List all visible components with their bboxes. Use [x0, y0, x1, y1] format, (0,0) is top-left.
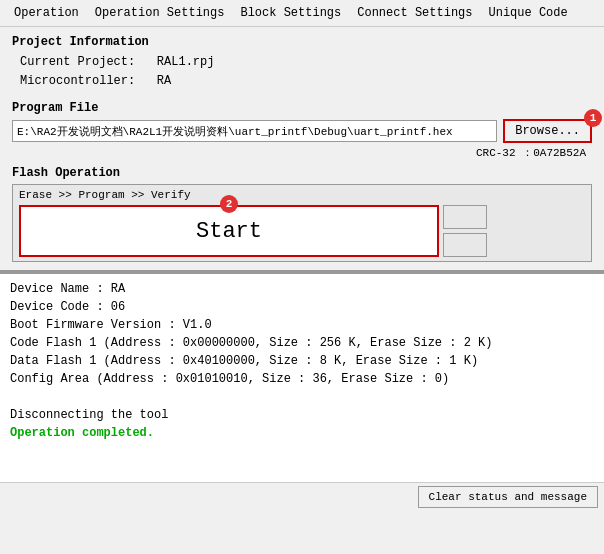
crc-row: CRC-32 ：0A72B52A — [12, 145, 586, 160]
menu-block-settings[interactable]: Block Settings — [232, 4, 349, 22]
program-file-section: Program File Browse... 1 CRC-32 ：0A72B52… — [12, 101, 592, 160]
erase-label: Erase >> Program >> Verify — [19, 189, 585, 201]
bottom-bar: Clear status and message — [0, 482, 604, 511]
log-line: Device Name : RA — [10, 280, 594, 298]
flash-btn-2[interactable] — [443, 233, 487, 257]
menu-operation[interactable]: Operation — [6, 4, 87, 22]
program-file-title: Program File — [12, 101, 592, 115]
log-line: Boot Firmware Version : V1.0 — [10, 316, 594, 334]
microcontroller-value: RA — [157, 74, 171, 88]
log-line — [10, 388, 594, 406]
log-line: Disconnecting the tool — [10, 406, 594, 424]
menubar: Operation Operation Settings Block Setti… — [0, 0, 604, 27]
menu-operation-settings[interactable]: Operation Settings — [87, 4, 233, 22]
browse-btn-wrapper: Browse... 1 — [503, 119, 592, 143]
start-btn-wrapper: 2 Start — [19, 205, 439, 257]
current-project-label: Current Project: — [20, 55, 135, 69]
current-project-row: Current Project: RAL1.rpj — [20, 53, 592, 72]
browse-button[interactable]: Browse... — [503, 119, 592, 143]
log-line: Device Code : 06 — [10, 298, 594, 316]
badge-1: 1 — [584, 109, 602, 127]
microcontroller-row: Microcontroller: RA — [20, 72, 592, 91]
project-info: Project Information Current Project: RAL… — [12, 35, 592, 91]
menu-connect-settings[interactable]: Connect Settings — [349, 4, 480, 22]
log-panel: Device Name : RADevice Code : 06Boot Fir… — [0, 272, 604, 482]
menu-unique-code[interactable]: Unique Code — [480, 4, 575, 22]
flash-btn-1[interactable] — [443, 205, 487, 229]
badge-2: 2 — [220, 195, 238, 213]
project-info-title: Project Information — [12, 35, 592, 49]
flash-row: 2 Start — [19, 205, 585, 257]
clear-button[interactable]: Clear status and message — [418, 486, 598, 508]
flash-section: Flash Operation Erase >> Program >> Veri… — [12, 166, 592, 262]
flash-inner: Erase >> Program >> Verify 2 Start — [12, 184, 592, 262]
flash-title: Flash Operation — [12, 166, 592, 180]
log-line: Config Area (Address : 0x01010010, Size … — [10, 370, 594, 388]
current-project-value: RAL1.rpj — [157, 55, 215, 69]
log-line: Data Flash 1 (Address : 0x40100000, Size… — [10, 352, 594, 370]
log-line: Code Flash 1 (Address : 0x00000000, Size… — [10, 334, 594, 352]
crc-value: 0A72B52A — [533, 147, 586, 159]
log-line: Operation completed. — [10, 424, 594, 442]
top-panel: Project Information Current Project: RAL… — [0, 27, 604, 272]
program-file-row: Browse... 1 — [12, 119, 592, 143]
crc-label: CRC-32 ： — [476, 147, 533, 159]
program-file-input[interactable] — [12, 120, 497, 142]
microcontroller-label: Microcontroller: — [20, 74, 135, 88]
flash-right — [443, 205, 487, 257]
